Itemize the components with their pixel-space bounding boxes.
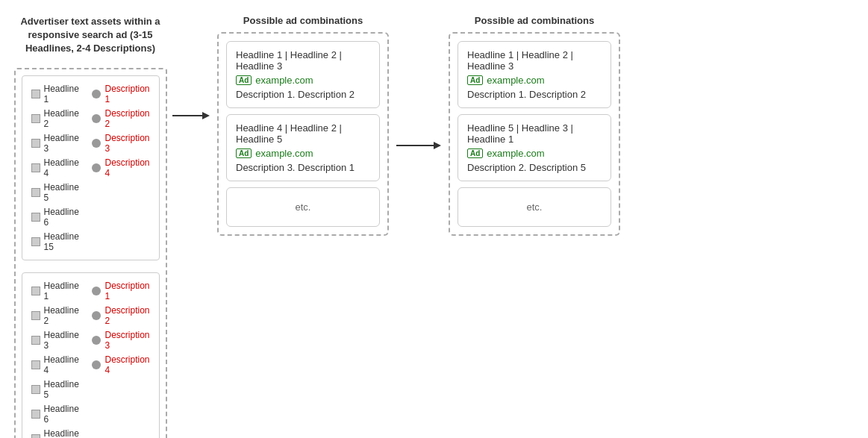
hl-square-icon [31,237,40,246]
ad-card-1-url: example.com [255,75,313,86]
headline-item: Headline 6 [31,404,81,425]
headline-item: Headline 1 [31,84,81,104]
desc-circle-icon [92,360,101,369]
desc-circle-icon [92,90,101,98]
ad-card-2-url-line: Ad example.com [236,148,370,159]
descriptions-col-1: Description 1 Description 2 Description … [92,84,149,252]
asset-boxes-container: Headline 1 Headline 2 Headline 3 Headlin… [14,68,167,438]
headline-item: Headline 4 [31,354,81,375]
headline-item: Headline 5 [31,379,81,400]
headlines-col-2: Headline 1 Headline 2 Headline 3 Headlin… [31,281,81,438]
desc-circle-icon [92,287,101,295]
desc-circle-icon [92,163,101,172]
headline-item: Headline 5 [31,182,81,203]
right-ad-card-2-url: example.com [487,148,544,159]
desc-item: Description 4 [92,157,149,178]
desc-circle-icon [92,139,101,148]
left-panel-title: Advertiser text assets within a responsi… [12,15,169,56]
right-ad-card-2-desc: Description 2. Description 5 [467,162,602,173]
middle-panel-title: Possible ad combinations [243,15,363,26]
hl-square-icon [31,385,40,394]
hl-square-icon [31,434,40,438]
hl-square-icon [31,410,40,419]
desc-item: Description 1 [92,84,149,104]
ad-card-2-desc: Description 3. Description 1 [236,162,370,173]
arrow-1-icon [172,104,210,127]
main-container: Advertiser text assets within a responsi… [0,0,868,438]
hl-square-icon [31,311,40,320]
right-ad-card-1-desc: Description 1. Description 2 [467,89,602,100]
ad-card-1-headline: Headline 1 | Headline 2 | Headline 3 [236,49,370,72]
desc-item: Description 2 [92,108,149,129]
headlines-col-1: Headline 1 Headline 2 Headline 3 Headlin… [31,84,81,252]
headline-item: Headline 1 [31,281,81,301]
hl-square-icon [31,163,40,172]
descriptions-col-2: Description 1 Description 2 Description … [92,281,149,438]
right-ad-card-1-url: example.com [487,75,544,86]
desc-circle-icon [92,311,101,320]
arrow-area-2 [393,134,445,157]
desc-item: Description 3 [92,330,149,351]
headline-item: Headline 6 [31,207,81,228]
ad-card-2-url: example.com [255,148,313,159]
ad-card-1-url-line: Ad example.com [236,75,370,86]
ad-badge: Ad [467,75,483,85]
middle-dashed-container: Headline 1 | Headline 2 | Headline 3 Ad … [217,32,389,236]
hl-square-icon [31,287,40,295]
svg-marker-1 [202,112,210,119]
right-ad-card-1-url-line: Ad example.com [467,75,602,86]
headline-item: Headline 4 [31,157,81,178]
arrow-area-1 [169,104,213,127]
hl-square-icon [31,336,40,345]
asset-box-2: Headline 1 Headline 2 Headline 3 Headlin… [22,272,160,438]
arrow-2-icon [396,134,441,157]
hl-square-icon [31,90,40,98]
right-ad-card-1: Headline 1 | Headline 2 | Headline 3 Ad … [458,41,611,108]
desc-item: Description 1 [92,281,149,301]
ad-badge: Ad [467,148,483,158]
middle-ad-card-1: Headline 1 | Headline 2 | Headline 3 Ad … [226,41,380,108]
right-ad-card-2-url-line: Ad example.com [467,148,602,159]
desc-circle-icon [92,336,101,345]
right-panel-title: Possible ad combinations [475,15,594,26]
right-dashed-container: Headline 1 | Headline 2 | Headline 3 Ad … [449,32,620,236]
hl-square-icon [31,213,40,222]
desc-item: Description 4 [92,354,149,375]
headline-item: Headline 3 [31,330,81,351]
left-panel: Advertiser text assets within a responsi… [12,15,169,438]
hl-square-icon [31,360,40,369]
middle-etc-card: etc. [226,187,380,227]
desc-item: Description 2 [92,305,149,326]
right-panel: Possible ad combinations Headline 1 | He… [445,15,624,236]
headline-item: Headline 15 [31,428,81,438]
ad-badge: Ad [236,75,252,85]
right-ad-card-2-headline: Headline 5 | Headline 3 | Headline 1 [467,122,602,145]
hl-square-icon [31,188,40,197]
ad-card-1-desc: Description 1. Description 2 [236,89,370,100]
headline-item: Headline 15 [31,231,81,252]
desc-circle-icon [92,114,101,123]
right-ad-card-1-headline: Headline 1 | Headline 2 | Headline 3 [467,49,602,72]
asset-box-1: Headline 1 Headline 2 Headline 3 Headlin… [22,75,160,260]
right-ad-card-2: Headline 5 | Headline 3 | Headline 1 Ad … [458,114,611,181]
headline-item: Headline 3 [31,133,81,154]
headline-item: Headline 2 [31,305,81,326]
ad-badge: Ad [236,148,252,158]
hl-square-icon [31,139,40,148]
ad-card-2-headline: Headline 4 | Headline 2 | Headline 5 [236,122,370,145]
middle-panel: Possible ad combinations Headline 1 | He… [213,15,393,236]
hl-square-icon [31,114,40,123]
headline-item: Headline 2 [31,108,81,129]
svg-marker-3 [434,142,441,149]
right-etc-card: etc. [458,187,611,227]
middle-ad-card-2: Headline 4 | Headline 2 | Headline 5 Ad … [226,114,380,181]
desc-item: Description 3 [92,133,149,154]
